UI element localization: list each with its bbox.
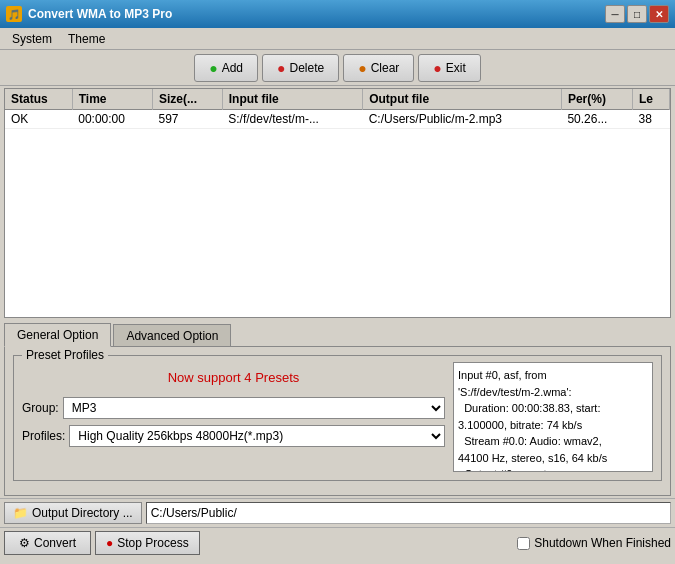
- preset-legend: Preset Profiles: [22, 348, 108, 362]
- app-icon: 🎵: [6, 6, 22, 22]
- profiles-row: Profiles: High Quality 256kbps 48000Hz(*…: [22, 425, 445, 447]
- maximize-button[interactable]: □: [627, 5, 647, 23]
- exit-button[interactable]: ● Exit: [418, 54, 480, 82]
- bottom-bar: ⚙ Convert ● Stop Process Shutdown When F…: [0, 527, 675, 558]
- col-status: Status: [5, 89, 72, 110]
- stop-icon: ●: [106, 536, 113, 550]
- output-dir-row: 📁 Output Directory ...: [0, 498, 675, 527]
- cell-le: 38: [633, 110, 670, 129]
- convert-button[interactable]: ⚙ Convert: [4, 531, 91, 555]
- shutdown-checkbox[interactable]: [517, 537, 530, 550]
- clear-button[interactable]: ● Clear: [343, 54, 414, 82]
- close-button[interactable]: ✕: [649, 5, 669, 23]
- app-title: Convert WMA to MP3 Pro: [28, 7, 172, 21]
- title-bar: 🎵 Convert WMA to MP3 Pro ─ □ ✕: [0, 0, 675, 28]
- delete-icon: ●: [277, 60, 285, 76]
- folder-icon: 📁: [13, 506, 28, 520]
- group-label: Group:: [22, 401, 59, 415]
- delete-button[interactable]: ● Delete: [262, 54, 339, 82]
- bottom-left: ⚙ Convert ● Stop Process: [4, 531, 200, 555]
- toolbar: ● Add ● Delete ● Clear ● Exit: [0, 50, 675, 86]
- col-time: Time: [72, 89, 152, 110]
- tab-general[interactable]: General Option: [4, 323, 111, 347]
- clear-icon: ●: [358, 60, 366, 76]
- stop-label: Stop Process: [117, 536, 188, 550]
- menu-theme[interactable]: Theme: [60, 30, 113, 48]
- menu-bar: System Theme: [0, 28, 675, 50]
- file-table: Status Time Size(... Input file Output f…: [5, 89, 670, 129]
- preset-content: Now support 4 Presets Group: MP3 Profile…: [22, 362, 653, 472]
- cell-time: 00:00:00: [72, 110, 152, 129]
- tabs-container: General Option Advanced Option: [4, 322, 671, 346]
- col-percent: Per(%): [561, 89, 632, 110]
- cell-size: 597: [153, 110, 223, 129]
- col-size: Size(...: [153, 89, 223, 110]
- convert-label: Convert: [34, 536, 76, 550]
- table-header-row: Status Time Size(... Input file Output f…: [5, 89, 670, 110]
- group-row: Group: MP3: [22, 397, 445, 419]
- menu-system[interactable]: System: [4, 30, 60, 48]
- shutdown-row: Shutdown When Finished: [517, 536, 671, 550]
- convert-icon: ⚙: [19, 536, 30, 550]
- title-bar-left: 🎵 Convert WMA to MP3 Pro: [6, 6, 172, 22]
- info-panel: Input #0, asf, from 'S:/f/dev/test/m-2.w…: [453, 362, 653, 472]
- cell-input: S:/f/dev/test/m-...: [222, 110, 362, 129]
- exit-icon: ●: [433, 60, 441, 76]
- col-le: Le: [633, 89, 670, 110]
- output-dir-input[interactable]: [146, 502, 671, 524]
- cell-output: C:/Users/Public/m-2.mp3: [363, 110, 562, 129]
- profiles-select[interactable]: High Quality 256kbps 48000Hz(*.mp3): [69, 425, 445, 447]
- tab-advanced[interactable]: Advanced Option: [113, 324, 231, 347]
- info-text: Input #0, asf, from 'S:/f/dev/test/m-2.w…: [458, 369, 616, 472]
- title-controls: ─ □ ✕: [605, 5, 669, 23]
- options-panel: Preset Profiles Now support 4 Presets Gr…: [4, 346, 671, 496]
- cell-status: OK: [5, 110, 72, 129]
- col-output: Output file: [363, 89, 562, 110]
- shutdown-label: Shutdown When Finished: [534, 536, 671, 550]
- preset-group: Preset Profiles Now support 4 Presets Gr…: [13, 355, 662, 481]
- table-row[interactable]: OK 00:00:00 597 S:/f/dev/test/m-... C:/U…: [5, 110, 670, 129]
- profiles-label: Profiles:: [22, 429, 65, 443]
- group-select[interactable]: MP3: [63, 397, 445, 419]
- output-dir-label: Output Directory ...: [32, 506, 133, 520]
- minimize-button[interactable]: ─: [605, 5, 625, 23]
- stop-button[interactable]: ● Stop Process: [95, 531, 200, 555]
- output-dir-button[interactable]: 📁 Output Directory ...: [4, 502, 142, 524]
- add-button[interactable]: ● Add: [194, 54, 258, 82]
- file-list-container: Status Time Size(... Input file Output f…: [4, 88, 671, 318]
- add-icon: ●: [209, 60, 217, 76]
- preset-left: Now support 4 Presets Group: MP3 Profile…: [22, 362, 445, 472]
- support-text: Now support 4 Presets: [22, 370, 445, 385]
- cell-percent: 50.26...: [561, 110, 632, 129]
- col-input: Input file: [222, 89, 362, 110]
